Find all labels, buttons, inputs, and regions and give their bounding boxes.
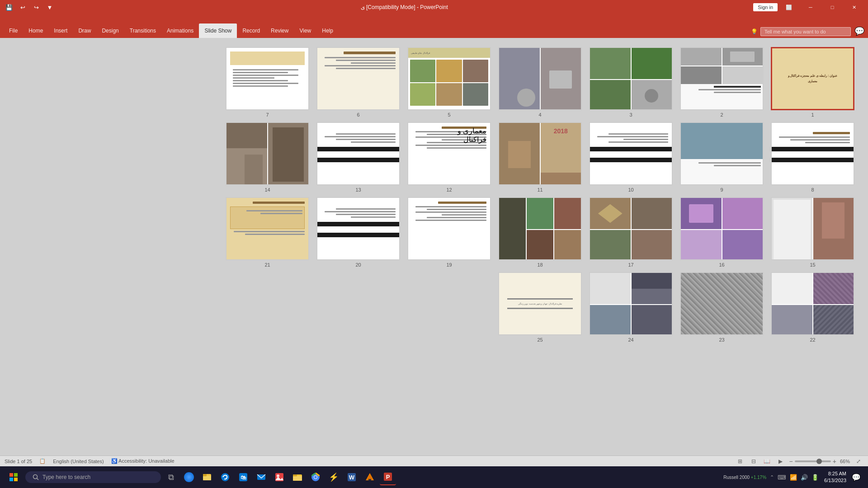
slide-thumb-24[interactable] [589, 272, 673, 335]
slide-item-19[interactable]: 19 [407, 197, 491, 267]
zoom-slider[interactable] [795, 460, 831, 462]
slide-thumb-23[interactable] [680, 272, 764, 335]
slide-thumb-3[interactable] [589, 47, 673, 110]
slide-thumb-9[interactable] [680, 122, 764, 185]
slide-item-9[interactable]: 9 [680, 122, 764, 192]
slide-thumb-25[interactable]: نظریه فراکتال: جهان و شهر هندسه نوین زند… [498, 272, 582, 335]
tell-me-input[interactable] [760, 27, 851, 36]
slide-item-2[interactable]: 2 [680, 47, 764, 117]
slide-item-10[interactable]: 10 [589, 122, 673, 192]
minimize-button[interactable]: ─ [800, 0, 821, 14]
slide-item-20[interactable]: 20 [316, 197, 400, 267]
tab-home[interactable]: Home [23, 23, 48, 38]
slide-thumb-8[interactable] [771, 122, 854, 185]
tab-draw[interactable]: Draw [73, 23, 96, 38]
slide-item-1[interactable]: عنوان : رابطه ی علم معجزه فراکتال و معما… [771, 47, 854, 117]
tab-file[interactable]: File [4, 23, 23, 38]
tab-insert[interactable]: Insert [48, 23, 73, 38]
up-arrow-icon[interactable]: ⌃ [770, 474, 774, 480]
slide-item-11[interactable]: 2018 11 [498, 122, 582, 192]
close-button[interactable]: ✕ [844, 0, 864, 14]
taskbar-app-chrome[interactable] [307, 469, 324, 485]
slide-item-23[interactable]: 23 [680, 272, 764, 343]
slide-thumb-11[interactable]: 2018 [498, 122, 582, 185]
customize-button[interactable]: ▼ [44, 2, 55, 13]
slide-thumb-16[interactable] [680, 197, 764, 260]
ribbon-display-button[interactable]: ⬜ [778, 0, 799, 14]
redo-button[interactable]: ↪ [31, 2, 42, 13]
slide-thumb-2[interactable] [680, 47, 764, 110]
taskbar-app-store[interactable]: 🛍 [235, 469, 251, 485]
slide-thumb-10[interactable] [589, 122, 673, 185]
slide-thumb-15[interactable] [771, 197, 854, 260]
slide-thumb-22[interactable] [771, 272, 854, 335]
slide-item-3[interactable]: 3 [589, 47, 673, 117]
task-view-button[interactable]: ⧉ [163, 469, 179, 485]
zoom-out-button[interactable]: − [789, 458, 793, 465]
tab-slideshow[interactable]: Slide Show [199, 23, 237, 38]
tab-transitions[interactable]: Transitions [124, 23, 161, 38]
slide-item-14[interactable]: 14 [226, 122, 309, 192]
taskbar-search[interactable]: Type here to search [25, 471, 161, 483]
slide-item-13[interactable]: 13 [316, 122, 400, 192]
start-button[interactable] [4, 467, 24, 487]
slide-thumb-7[interactable] [226, 47, 309, 110]
slide-thumb-12[interactable]: معماری و فراکتال [407, 122, 491, 185]
slide-thumb-17[interactable] [589, 197, 673, 260]
slide-item-7[interactable]: 7 [226, 47, 309, 117]
volume-icon[interactable]: 🔊 [801, 474, 808, 481]
keyboard-icon[interactable]: ⌨ [778, 474, 786, 481]
reading-view-button[interactable]: 📖 [762, 456, 772, 466]
slide-item-24[interactable]: 24 [589, 272, 673, 343]
slide-thumb-14[interactable] [226, 122, 309, 185]
signin-button[interactable]: Sign in [753, 3, 778, 11]
taskbar-app-powerpoint[interactable]: P [380, 469, 396, 485]
cortana-button[interactable] [181, 469, 197, 485]
slide-sorter-button[interactable]: ⊟ [749, 456, 759, 466]
slide-thumb-18[interactable] [498, 197, 582, 260]
slide-item-16[interactable]: 16 [680, 197, 764, 267]
tab-animations[interactable]: Animations [161, 23, 199, 38]
zoom-in-button[interactable]: + [833, 458, 836, 465]
taskbar-app-edge[interactable] [217, 469, 233, 485]
taskbar-app-word[interactable]: W [344, 469, 360, 485]
taskbar-app-mail[interactable] [253, 469, 269, 485]
comments-button[interactable]: 💬 [854, 26, 864, 36]
tab-help[interactable]: Help [316, 23, 339, 38]
slide-thumb-5[interactable]: فراکتال های طبیعی [407, 47, 491, 110]
system-clock[interactable]: 8:25 AM 6/13/2023 [824, 470, 846, 484]
notes-button[interactable]: 📋 [39, 458, 46, 464]
slide-thumb-20[interactable] [316, 197, 400, 260]
tab-record[interactable]: Record [237, 23, 265, 38]
slideshow-view-button[interactable]: ▶ [776, 456, 786, 466]
tab-review[interactable]: Review [265, 23, 294, 38]
tab-view[interactable]: View [294, 23, 316, 38]
slide-item-21[interactable]: 21 [226, 197, 309, 267]
taskbar-app-explorer2[interactable] [289, 469, 306, 485]
save-button[interactable]: 💾 [4, 2, 14, 13]
taskbar-app-explorer[interactable] [199, 469, 215, 485]
slide-thumb-4[interactable] [498, 47, 582, 110]
slide-item-25[interactable]: نظریه فراکتال: جهان و شهر هندسه نوین زند… [498, 272, 582, 343]
wifi-icon[interactable]: 📶 [790, 474, 797, 481]
tab-design[interactable]: Design [96, 23, 124, 38]
slide-item-6[interactable]: 6 [316, 47, 400, 117]
slide-item-8[interactable]: 8 [771, 122, 854, 192]
taskbar-app-speedtest[interactable]: ⚡ [326, 469, 342, 485]
slide-item-4[interactable]: 4 [498, 47, 582, 117]
maximize-button[interactable]: □ [822, 0, 843, 14]
taskbar-app-vlc[interactable] [362, 469, 378, 485]
slide-thumb-6[interactable] [316, 47, 400, 110]
normal-view-button[interactable]: ⊞ [735, 456, 745, 466]
undo-button[interactable]: ↩ [17, 2, 28, 13]
slide-item-22[interactable]: 22 [771, 272, 854, 343]
slide-item-18[interactable]: 18 [498, 197, 582, 267]
notification-button[interactable]: 💬 [848, 469, 864, 485]
slide-thumb-1[interactable]: عنوان : رابطه ی علم معجزه فراکتال و معما… [771, 47, 854, 110]
slide-thumb-21[interactable] [226, 197, 309, 260]
slide-item-12[interactable]: معماری و فراکتال 12 [407, 122, 491, 192]
fit-slide-button[interactable]: ⤢ [854, 456, 863, 466]
slide-thumb-13[interactable] [316, 122, 400, 185]
slide-thumb-19[interactable] [407, 197, 491, 260]
taskbar-app-photos[interactable] [271, 469, 288, 485]
